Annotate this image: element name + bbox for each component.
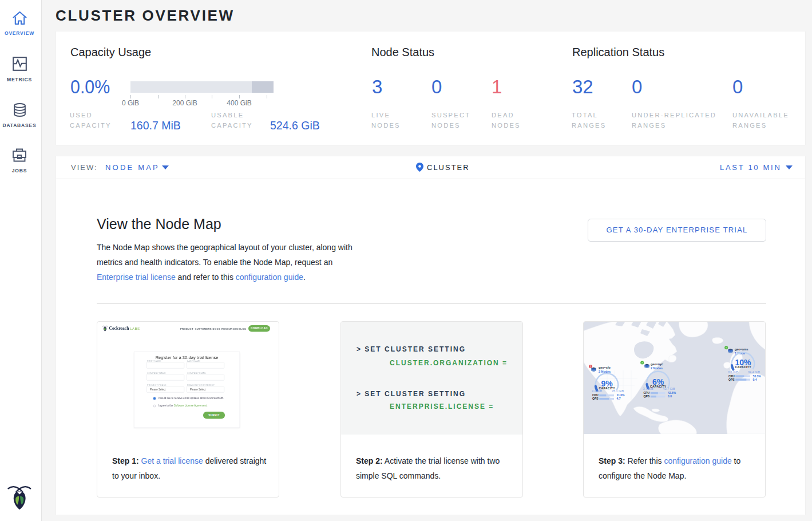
svg-text:QPS: QPS bbox=[728, 378, 735, 381]
svg-text:2 Nodes: 2 Nodes bbox=[651, 366, 663, 370]
svg-text:3.6 GiB: 3.6 GiB bbox=[728, 370, 738, 374]
svg-text:43.7 GiB: 43.7 GiB bbox=[663, 387, 675, 390]
svg-text:QPS: QPS bbox=[592, 397, 599, 400]
svg-text:35.1 GiB: 35.1 GiB bbox=[612, 389, 624, 393]
svg-text:geo=ams: geo=ams bbox=[735, 348, 748, 351]
svg-text:QPS: QPS bbox=[644, 394, 650, 398]
svg-text:0.4: 0.4 bbox=[753, 378, 757, 381]
svg-text:4.7: 4.7 bbox=[617, 397, 621, 400]
svg-text:geo=sfo: geo=sfo bbox=[599, 366, 611, 369]
svg-text:geo=nyc: geo=nyc bbox=[651, 362, 663, 366]
svg-text:CAPACITY: CAPACITY bbox=[735, 365, 752, 369]
svg-text:2 Nodes: 2 Nodes bbox=[599, 370, 611, 373]
svg-text:34.4 GiB: 34.4 GiB bbox=[748, 370, 760, 374]
svg-text:3.2 GiB: 3.2 GiB bbox=[592, 389, 602, 393]
svg-text:0.0: 0.0 bbox=[668, 394, 672, 398]
svg-text:3.7 GiB: 3.7 GiB bbox=[643, 387, 653, 390]
